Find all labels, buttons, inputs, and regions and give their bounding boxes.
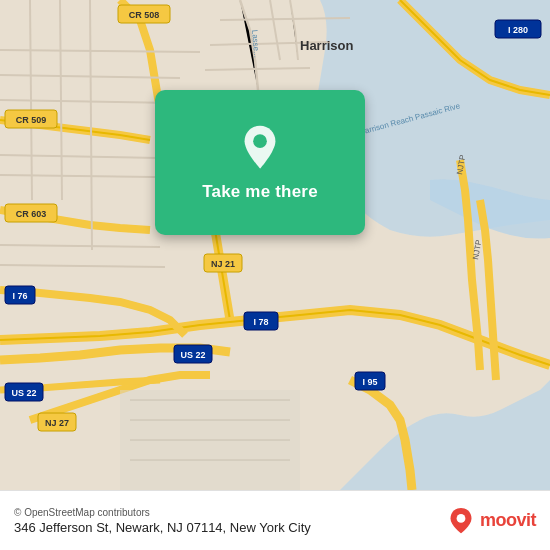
svg-text:CR 603: CR 603 [16, 209, 47, 219]
moovit-pin-icon [447, 507, 475, 535]
svg-text:CR 509: CR 509 [16, 115, 47, 125]
address-text: 346 Jefferson St, Newark, NJ 07114, New … [14, 520, 311, 535]
svg-text:I 280: I 280 [508, 25, 528, 35]
moovit-logo[interactable]: moovit [447, 507, 536, 535]
bottom-left: © OpenStreetMap contributors 346 Jeffers… [14, 507, 311, 535]
svg-point-47 [457, 514, 466, 523]
svg-point-46 [253, 134, 267, 148]
svg-text:NJ 21: NJ 21 [211, 259, 235, 269]
moovit-wordmark: moovit [480, 510, 536, 531]
svg-text:US 22: US 22 [11, 388, 36, 398]
bottom-bar: © OpenStreetMap contributors 346 Jeffers… [0, 490, 550, 550]
svg-text:CR 508: CR 508 [129, 10, 160, 20]
svg-text:I 76: I 76 [12, 291, 27, 301]
location-pin-icon [236, 124, 284, 172]
map-container: CR 509 CR 508 CR 603 NJ 21 I 78 US 22 I … [0, 0, 550, 490]
svg-text:I 95: I 95 [362, 377, 377, 387]
cta-card[interactable]: Take me there [155, 90, 365, 235]
cta-label-text: Take me there [202, 182, 318, 202]
svg-text:I 78: I 78 [253, 317, 268, 327]
svg-text:Harrison: Harrison [300, 38, 354, 53]
map-svg: CR 509 CR 508 CR 603 NJ 21 I 78 US 22 I … [0, 0, 550, 490]
osm-credit: © OpenStreetMap contributors [14, 507, 311, 518]
svg-text:NJ 27: NJ 27 [45, 418, 69, 428]
svg-text:US 22: US 22 [180, 350, 205, 360]
